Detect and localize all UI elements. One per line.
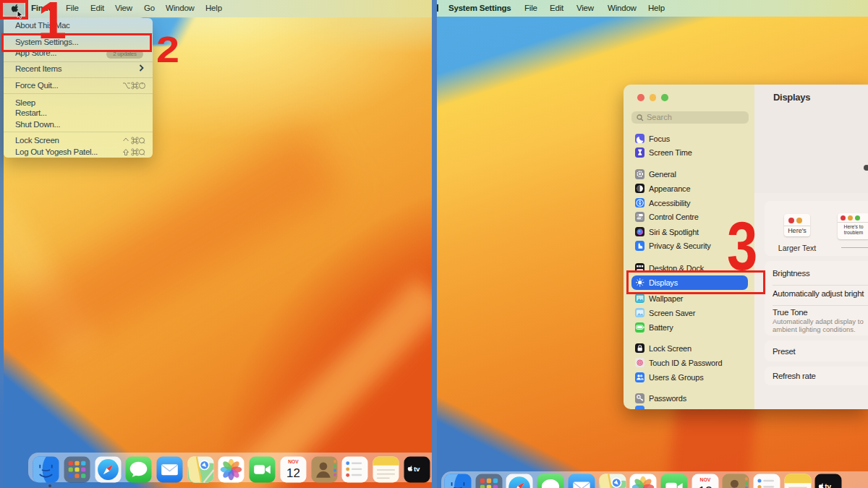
svg-text:NOV: NOV [699,477,710,482]
svg-text:12: 12 [698,484,712,488]
svg-text:NOV: NOV [288,459,299,464]
svg-text:tv: tv [413,465,420,473]
svg-text:tv: tv [825,483,832,488]
svg-text:12: 12 [286,466,300,480]
